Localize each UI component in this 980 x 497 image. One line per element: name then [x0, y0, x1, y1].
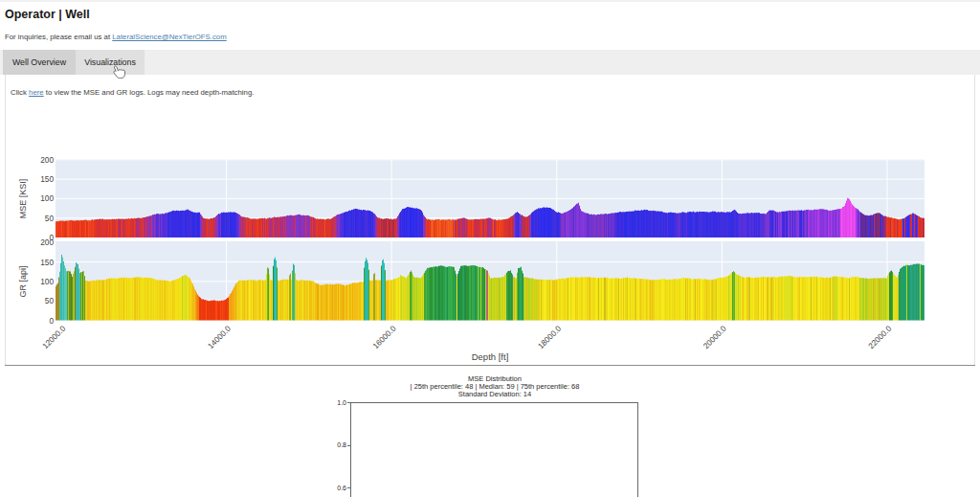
svg-text:50: 50 — [45, 214, 55, 223]
svg-text:150: 150 — [40, 174, 54, 184]
svg-text:150: 150 — [40, 258, 54, 267]
svg-text:18000.0: 18000.0 — [536, 324, 564, 351]
svg-text:12000.0: 12000.0 — [40, 324, 68, 351]
svg-text:22000.0: 22000.0 — [866, 324, 894, 351]
svg-text:Depth [ft]: Depth [ft] — [472, 351, 509, 362]
svg-text:200: 200 — [40, 237, 54, 247]
svg-text:20000.0: 20000.0 — [702, 324, 729, 351]
svg-text:100: 100 — [40, 193, 54, 203]
svg-text:GR [api]: GR [api] — [18, 265, 28, 297]
svg-text:200: 200 — [40, 155, 54, 165]
svg-text:100: 100 — [40, 277, 54, 286]
svg-text:MSE [KSI]: MSE [KSI] — [18, 179, 28, 219]
svg-text:16000.0: 16000.0 — [370, 324, 398, 351]
svg-text:14000.0: 14000.0 — [206, 324, 234, 351]
svg-text:0: 0 — [49, 316, 54, 326]
svg-text:50: 50 — [45, 296, 55, 305]
